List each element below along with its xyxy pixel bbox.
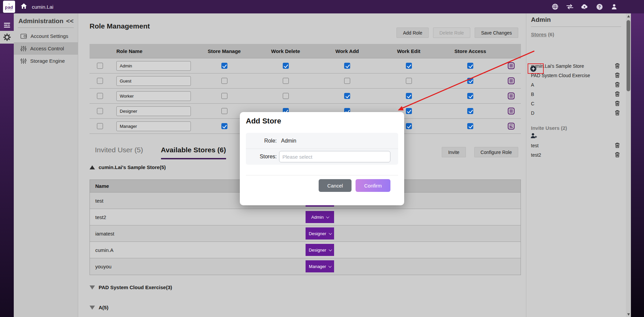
sliders-icon [20,58,26,64]
scroll-up-button[interactable] [626,13,631,19]
section-header-pad-exercise[interactable]: PAD System Cloud Exercise(3) [90,284,172,290]
trash-icon[interactable] [615,72,620,79]
add-user-icon[interactable] [530,133,537,140]
work-edit-checkbox[interactable] [406,123,412,129]
sidebar-item-account-settings[interactable]: Account Settings [14,30,78,42]
trash-icon[interactable] [615,82,620,88]
store-list-item[interactable]: C [526,99,626,108]
sidebar-item-storage-engine[interactable]: Storage Engine [14,55,78,67]
trash-icon[interactable] [615,152,620,158]
work-edit-checkbox[interactable] [406,78,412,84]
sidebar-title-text: Administration [18,17,63,24]
store-manage-checkbox[interactable] [221,108,227,114]
col-store-access: Store Access [439,48,501,54]
menu-collapse-icon[interactable] [0,20,14,30]
dialog-title: Add Store [246,117,281,125]
role-select[interactable]: Designer [306,244,334,256]
store-access-list-icon[interactable] [501,92,521,100]
work-edit-checkbox[interactable] [406,63,412,69]
store-access-checkbox[interactable] [467,63,473,69]
settings-rail-item[interactable] [0,31,14,44]
tab-available-stores[interactable]: Available Stores (6) [161,146,226,159]
store-access-checkbox[interactable] [467,123,473,129]
trash-icon[interactable] [615,101,620,107]
sidebar-item-access-control[interactable]: Access Control [14,42,78,55]
role-name-input[interactable]: Manager [116,121,191,131]
tab-invited-user[interactable]: Invited User (5) [95,146,143,159]
expand-triangle-icon [90,306,95,310]
invite-users-label: Invite Users (2) [531,125,626,131]
scroll-down-button[interactable] [626,312,631,317]
store-access-checkbox[interactable] [467,93,473,99]
role-select[interactable]: Manager [306,260,334,272]
work-edit-checkbox[interactable] [406,108,412,114]
work-add-checkbox[interactable] [344,78,350,84]
home-icon[interactable] [20,3,27,10]
topbar-icons: ? [551,0,618,13]
transfer-icon[interactable] [566,3,574,10]
work-add-checkbox[interactable] [344,93,350,99]
store-list-item[interactable]: B [526,90,626,99]
work-delete-checkbox[interactable] [283,63,289,69]
configure-role-button[interactable]: Configure Role [474,147,518,157]
user-icon[interactable] [610,3,618,10]
invite-button[interactable]: Invite [442,147,466,157]
row-select-checkbox[interactable] [97,78,103,84]
scrollbar-thumb[interactable] [627,20,630,91]
trash-icon[interactable] [615,91,620,98]
work-add-checkbox[interactable] [344,63,350,69]
trash-icon[interactable] [615,110,620,116]
col-work-delete: Work Delete [255,48,316,54]
store-manage-checkbox[interactable] [221,78,227,84]
invited-user-item[interactable]: test [526,141,626,150]
section-header-sample-store[interactable]: cumin.Lai's Sample Store(5) [90,164,166,170]
add-store-icon[interactable] [530,65,537,73]
add-role-button[interactable]: Add Role [396,28,429,38]
store-access-list-icon[interactable] [501,62,521,69]
stores-count: (6) [548,32,554,37]
pad-logo[interactable]: ~ pad SYSTEM [3,1,15,13]
store-manage-checkbox[interactable] [221,123,227,129]
dialog-divider [246,175,398,175]
section-header-a[interactable]: A(5) [90,305,108,310]
store-access-list-icon[interactable] [501,77,521,85]
row-select-checkbox[interactable] [97,123,103,129]
sidebar-collapse-glyph[interactable]: << [66,17,73,24]
row-select-checkbox[interactable] [97,63,103,69]
cancel-button[interactable]: Cancel [319,179,352,192]
stores-select-input[interactable] [279,151,390,162]
store-name: C [531,101,534,106]
store-list-item[interactable]: A [526,80,626,90]
work-delete-checkbox[interactable] [283,93,289,99]
row-select-checkbox[interactable] [97,108,103,114]
role-select[interactable]: Admin [306,211,334,223]
role-name-input[interactable]: Worker [116,91,191,101]
trash-icon[interactable] [615,143,620,149]
store-access-list-icon[interactable] [501,107,521,115]
gear-icon [3,33,11,41]
save-changes-button[interactable]: Save Changes [475,28,518,38]
confirm-button[interactable]: Confirm [356,179,390,192]
store-access-checkbox[interactable] [467,78,473,84]
invited-user-item[interactable]: test2 [526,150,626,160]
trash-icon[interactable] [615,63,620,69]
col-work-add: Work Add [316,48,378,54]
store-list-item[interactable]: D [526,108,626,118]
store-access-checkbox[interactable] [467,108,473,114]
store-manage-checkbox[interactable] [221,93,227,99]
role-name-input[interactable]: Guest [116,76,191,86]
work-edit-checkbox[interactable] [406,93,412,99]
row-select-checkbox[interactable] [97,93,103,99]
cloud-sync-icon[interactable] [581,3,588,10]
delete-role-button[interactable]: Delete Role [433,28,470,38]
role-name-input[interactable]: Designer [116,106,191,116]
help-icon[interactable]: ? [596,3,603,10]
role-name-input[interactable]: Admin [116,61,191,71]
user-name: youyou [90,264,111,269]
section-title: cumin.Lai's Sample Store(5) [99,164,166,170]
store-access-list-icon[interactable] [501,122,521,130]
role-select[interactable]: Designer [306,227,334,240]
work-delete-checkbox[interactable] [283,78,289,84]
store-manage-checkbox[interactable] [221,63,227,69]
globe-icon[interactable] [551,3,559,10]
